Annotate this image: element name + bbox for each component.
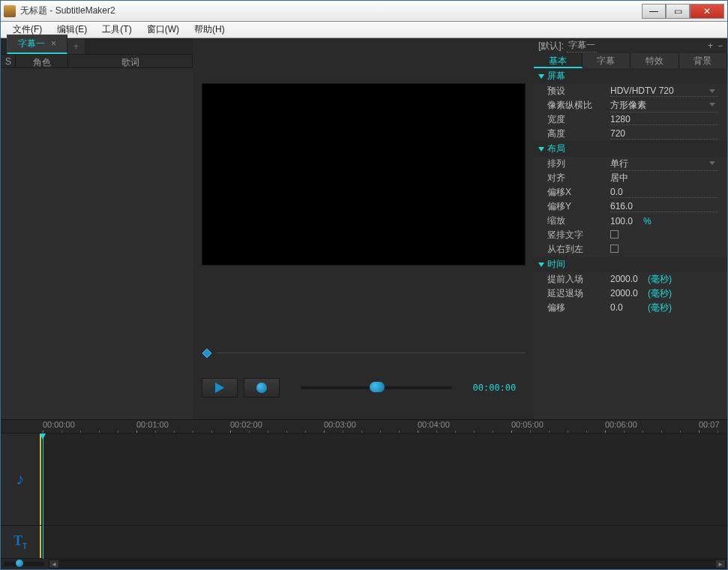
music-note-icon: ♪ (16, 470, 25, 489)
height-label: 高度 (547, 128, 610, 140)
app-window: 无标题 - SubtitleMaker2 ― ▭ ✕ 文件(F) 编辑(E) 工… (0, 0, 728, 570)
add-tab-button[interactable]: + (67, 39, 85, 54)
collapse-icon (538, 147, 544, 152)
titlebar[interactable]: 无标题 - SubtitleMaker2 ― ▭ ✕ (1, 1, 727, 22)
offsetx-label: 偏移X (547, 186, 610, 199)
zoom-slider[interactable] (4, 562, 44, 566)
timeoffset-field[interactable]: 0.0(毫秒) (610, 302, 727, 314)
rtl-checkbox[interactable] (610, 244, 619, 253)
ruler-tick: 00:00:00 (43, 420, 75, 429)
menu-tools[interactable]: 工具(T) (94, 22, 139, 38)
window-title: 无标题 - SubtitleMaker2 (20, 4, 642, 17)
rtl-label: 从右到左 (547, 243, 610, 256)
tab-effect[interactable]: 特效 (631, 53, 679, 68)
record-icon (256, 382, 267, 393)
default-label: [默认]: (538, 40, 564, 52)
keyframe-diamond-icon[interactable] (202, 348, 212, 358)
ruler-tick: 00:01:00 (136, 420, 169, 429)
leadout-field[interactable]: 2000.0(毫秒) (610, 287, 727, 300)
align-value[interactable]: 居中 (610, 172, 727, 184)
properties-panel: [默认]: 字幕一 + − 基本 字幕 特效 背景 屏幕 预设HDV/HDTV … (534, 38, 727, 419)
timeline-scrollbar[interactable]: ◄ ► (49, 560, 726, 568)
ruler-tick: 00:02:00 (230, 420, 262, 429)
subtitle-list-panel: 字幕一× + S 角色 歌词 (1, 38, 193, 419)
leadout-label: 延迟退场 (547, 287, 610, 300)
audio-track[interactable]: ♪ (1, 434, 727, 526)
preset-label: 预设 (547, 85, 610, 98)
vertical-checkbox[interactable] (610, 230, 619, 238)
col-role[interactable]: 角色 (16, 55, 68, 68)
par-combo[interactable]: 方形像素 (610, 99, 718, 112)
video-preview[interactable] (202, 83, 526, 266)
subtitle-tab-label: 字幕一 (18, 38, 45, 49)
width-label: 宽度 (547, 113, 610, 126)
remove-profile-button[interactable]: − (718, 40, 723, 51)
collapse-icon (538, 262, 544, 267)
height-field[interactable]: 720 (610, 128, 718, 140)
vertical-label: 竖排文字 (547, 229, 610, 242)
tab-subtitle[interactable]: 字幕 (583, 53, 631, 68)
offsety-label: 偏移Y (547, 200, 610, 213)
seek-thumb[interactable] (370, 382, 385, 392)
col-lyric[interactable]: 歌词 (68, 55, 193, 68)
ruler-tick: 00:07 (699, 420, 720, 429)
audio-track-head[interactable]: ♪ (1, 434, 41, 525)
section-screen[interactable]: 屏幕 (534, 68, 727, 84)
default-selector[interactable]: [默认]: 字幕一 + − (534, 38, 727, 53)
par-label: 像素纵横比 (547, 99, 610, 112)
subtitle-tab[interactable]: 字幕一× (7, 34, 67, 54)
svg-marker-0 (202, 349, 211, 358)
collapse-icon (538, 74, 544, 79)
timecode-display: 00:00:00 (473, 382, 526, 393)
ruler-tick: 00:06:00 (605, 420, 637, 429)
add-profile-button[interactable]: + (708, 40, 713, 51)
leadin-label: 提前入场 (547, 273, 610, 286)
menu-window[interactable]: 窗口(W) (139, 22, 187, 38)
scroll-right-button[interactable]: ► (716, 560, 725, 568)
app-icon (4, 5, 16, 17)
playhead[interactable] (43, 434, 43, 559)
scale-label: 缩放 (547, 214, 610, 227)
arrange-combo[interactable]: 单行 (610, 158, 718, 171)
minimize-button[interactable]: ― (642, 4, 666, 19)
timeline-tracks: ♪ TT (1, 434, 727, 559)
text-icon: TT (13, 533, 27, 550)
player-controls: 00:00:00 (202, 378, 526, 398)
ruler-tick: 00:05:00 (511, 420, 544, 429)
list-header: S 角色 歌词 (1, 55, 193, 68)
section-layout[interactable]: 布局 (534, 141, 727, 157)
scale-field[interactable]: 100.0% (610, 216, 727, 226)
tab-close-icon[interactable]: × (51, 38, 56, 49)
ruler-tick: 00:04:00 (418, 420, 450, 429)
width-field[interactable]: 1280 (610, 114, 718, 125)
zoom-thumb[interactable] (16, 560, 23, 567)
section-time[interactable]: 时间 (534, 256, 727, 272)
text-track[interactable]: TT (1, 526, 727, 559)
timeoffset-label: 偏移 (547, 302, 610, 314)
default-name[interactable]: 字幕一 (567, 39, 597, 52)
timeline-panel: 00:00:0000:01:0000:02:0000:03:0000:04:00… (1, 419, 727, 569)
text-track-head[interactable]: TT (1, 526, 41, 558)
timeline-ruler[interactable]: 00:00:0000:01:0000:02:0000:03:0000:04:00… (1, 420, 727, 434)
menubar: 文件(F) 编辑(E) 工具(T) 窗口(W) 帮助(H) (1, 22, 727, 38)
offsetx-field[interactable]: 0.0 (610, 187, 718, 198)
align-label: 对齐 (547, 172, 610, 184)
tab-background[interactable]: 背景 (679, 53, 728, 68)
play-icon (215, 382, 224, 393)
stop-button[interactable] (244, 378, 280, 398)
menu-help[interactable]: 帮助(H) (187, 22, 232, 38)
preset-combo[interactable]: HDV/HDTV 720 (610, 86, 718, 97)
col-s[interactable]: S (1, 55, 16, 68)
ruler-tick: 00:03:00 (324, 420, 356, 429)
close-button[interactable]: ✕ (690, 4, 724, 19)
leadin-field[interactable]: 2000.0(毫秒) (610, 273, 727, 286)
offsety-field[interactable]: 616.0 (610, 201, 718, 212)
arrange-label: 排列 (547, 158, 610, 170)
tab-basic[interactable]: 基本 (534, 53, 583, 68)
play-button[interactable] (202, 378, 238, 398)
seek-slider[interactable] (301, 386, 452, 389)
keyframe-track[interactable] (202, 348, 526, 358)
scroll-left-button[interactable]: ◄ (49, 560, 58, 568)
preview-panel: 00:00:00 (193, 38, 534, 419)
maximize-button[interactable]: ▭ (666, 4, 690, 19)
